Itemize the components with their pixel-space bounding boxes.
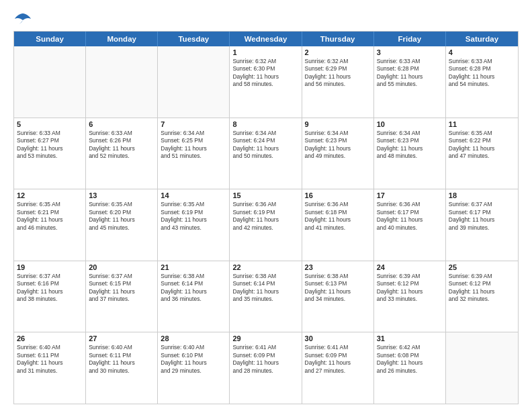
cell-info: Sunset: 6:23 PM	[377, 137, 443, 144]
cell-info: Sunset: 6:14 PM	[161, 280, 226, 287]
calendar-row: 5Sunrise: 6:33 AMSunset: 6:27 PMDaylight…	[14, 118, 518, 190]
cell-info: Daylight: 11 hours	[305, 288, 371, 295]
cell-info: Sunrise: 6:32 AM	[305, 58, 371, 65]
cell-info: Daylight: 11 hours	[449, 288, 515, 295]
cell-info: Sunrise: 6:36 AM	[232, 201, 298, 208]
cell-info: Sunset: 6:09 PM	[232, 352, 298, 359]
cell-info: Sunrise: 6:38 AM	[232, 273, 298, 280]
cell-info: Daylight: 11 hours	[161, 216, 226, 224]
cell-info: Sunrise: 6:38 AM	[305, 273, 371, 280]
weekday-header: Thursday	[302, 32, 374, 46]
day-number: 26	[17, 334, 83, 342]
calendar-row: 1Sunrise: 6:32 AMSunset: 6:30 PMDaylight…	[14, 46, 518, 118]
cell-info: Daylight: 11 hours	[305, 216, 371, 224]
cell-info: Sunset: 6:18 PM	[305, 209, 371, 216]
cell-info: Daylight: 11 hours	[17, 216, 83, 224]
day-number: 21	[161, 263, 226, 271]
cell-info: and 38 minutes.	[17, 295, 83, 303]
cell-info: Sunrise: 6:42 AM	[377, 344, 443, 351]
cell-info: Sunset: 6:11 PM	[17, 352, 83, 359]
calendar-cell: 22Sunrise: 6:38 AMSunset: 6:14 PMDayligh…	[230, 261, 302, 332]
calendar-cell: 6Sunrise: 6:33 AMSunset: 6:26 PMDaylight…	[86, 118, 158, 189]
cell-info: Sunrise: 6:33 AM	[89, 130, 154, 137]
calendar-cell: 5Sunrise: 6:33 AMSunset: 6:27 PMDaylight…	[14, 118, 86, 189]
cell-info: and 36 minutes.	[161, 295, 226, 303]
day-number: 18	[449, 191, 515, 199]
cell-info: Sunrise: 6:35 AM	[161, 201, 226, 208]
cell-info: Sunrise: 6:33 AM	[17, 130, 83, 137]
cell-info: and 31 minutes.	[17, 367, 83, 375]
calendar-cell: 3Sunrise: 6:33 AMSunset: 6:28 PMDaylight…	[374, 46, 446, 118]
weekday-header: Wednesday	[230, 32, 302, 46]
cell-info: and 56 minutes.	[305, 81, 371, 88]
calendar-cell: 9Sunrise: 6:34 AMSunset: 6:23 PMDaylight…	[302, 118, 374, 189]
cell-info: Sunset: 6:28 PM	[449, 65, 515, 73]
cell-info: Sunset: 6:12 PM	[377, 280, 443, 287]
cell-info: Daylight: 11 hours	[89, 145, 154, 152]
cell-info: Sunrise: 6:35 AM	[449, 130, 515, 137]
cell-info: and 52 minutes.	[89, 152, 154, 160]
cell-info: Sunset: 6:14 PM	[232, 280, 298, 287]
weekday-header: Monday	[86, 32, 158, 46]
calendar-row: 19Sunrise: 6:37 AMSunset: 6:16 PMDayligh…	[14, 261, 518, 333]
calendar-cell: 19Sunrise: 6:37 AMSunset: 6:16 PMDayligh…	[14, 261, 86, 332]
cell-info: and 45 minutes.	[89, 224, 154, 232]
weekday-header: Sunday	[14, 32, 86, 46]
cell-info: Daylight: 11 hours	[161, 359, 226, 367]
cell-info: Sunrise: 6:38 AM	[161, 273, 226, 280]
calendar-cell: 20Sunrise: 6:37 AMSunset: 6:15 PMDayligh…	[86, 261, 158, 332]
cell-info: Sunrise: 6:39 AM	[377, 273, 443, 280]
day-number: 30	[305, 334, 371, 342]
cell-info: and 28 minutes.	[232, 367, 298, 375]
cell-info: Sunrise: 6:33 AM	[377, 58, 443, 65]
cell-info: Sunrise: 6:36 AM	[305, 201, 371, 208]
calendar-cell: 1Sunrise: 6:32 AMSunset: 6:30 PMDaylight…	[230, 46, 302, 118]
cell-info: and 29 minutes.	[161, 367, 226, 375]
day-number: 20	[89, 263, 154, 271]
cell-info: Daylight: 11 hours	[89, 288, 154, 295]
cell-info: and 35 minutes.	[232, 295, 298, 303]
cell-info: Sunset: 6:17 PM	[449, 209, 515, 216]
calendar-cell: 23Sunrise: 6:38 AMSunset: 6:13 PMDayligh…	[302, 261, 374, 332]
calendar-cell	[158, 46, 230, 118]
page: SundayMondayTuesdayWednesdayThursdayFrid…	[0, 0, 532, 411]
calendar-row: 12Sunrise: 6:35 AMSunset: 6:21 PMDayligh…	[14, 189, 518, 261]
cell-info: Sunrise: 6:37 AM	[449, 201, 515, 208]
cell-info: and 32 minutes.	[449, 295, 515, 303]
cell-info: Sunrise: 6:32 AM	[232, 58, 298, 65]
calendar-cell: 25Sunrise: 6:39 AMSunset: 6:12 PMDayligh…	[446, 261, 518, 332]
weekday-header: Saturday	[446, 32, 518, 46]
cell-info: and 55 minutes.	[377, 81, 443, 88]
cell-info: and 46 minutes.	[17, 224, 83, 232]
weekday-header: Friday	[374, 32, 446, 46]
cell-info: Sunset: 6:21 PM	[17, 209, 83, 216]
calendar: SundayMondayTuesdayWednesdayThursdayFrid…	[13, 31, 519, 404]
calendar-cell: 26Sunrise: 6:40 AMSunset: 6:11 PMDayligh…	[14, 332, 86, 404]
cell-info: Daylight: 11 hours	[89, 216, 154, 224]
cell-info: Daylight: 11 hours	[377, 288, 443, 295]
cell-info: and 53 minutes.	[17, 152, 83, 160]
cell-info: Daylight: 11 hours	[377, 216, 443, 224]
cell-info: and 48 minutes.	[377, 152, 443, 160]
day-number: 10	[377, 120, 443, 128]
cell-info: Daylight: 11 hours	[232, 216, 298, 224]
cell-info: and 54 minutes.	[449, 81, 515, 88]
cell-info: and 47 minutes.	[449, 152, 515, 160]
cell-info: Daylight: 11 hours	[305, 73, 371, 81]
cell-info: Sunrise: 6:39 AM	[449, 273, 515, 280]
cell-info: and 49 minutes.	[305, 152, 371, 160]
cell-info: Daylight: 11 hours	[232, 288, 298, 295]
cell-info: Daylight: 11 hours	[161, 288, 226, 295]
cell-info: Sunset: 6:09 PM	[305, 352, 371, 359]
cell-info: and 33 minutes.	[377, 295, 443, 303]
cell-info: and 30 minutes.	[89, 367, 154, 375]
cell-info: Sunrise: 6:35 AM	[17, 201, 83, 208]
cell-info: Sunset: 6:15 PM	[89, 280, 154, 287]
cell-info: Daylight: 11 hours	[89, 359, 154, 367]
cell-info: and 37 minutes.	[89, 295, 154, 303]
calendar-cell: 10Sunrise: 6:34 AMSunset: 6:23 PMDayligh…	[374, 118, 446, 189]
cell-info: Sunrise: 6:35 AM	[89, 201, 154, 208]
cell-info: Sunrise: 6:34 AM	[232, 130, 298, 137]
calendar-body: 1Sunrise: 6:32 AMSunset: 6:30 PMDaylight…	[14, 46, 518, 404]
day-number: 14	[161, 191, 226, 199]
